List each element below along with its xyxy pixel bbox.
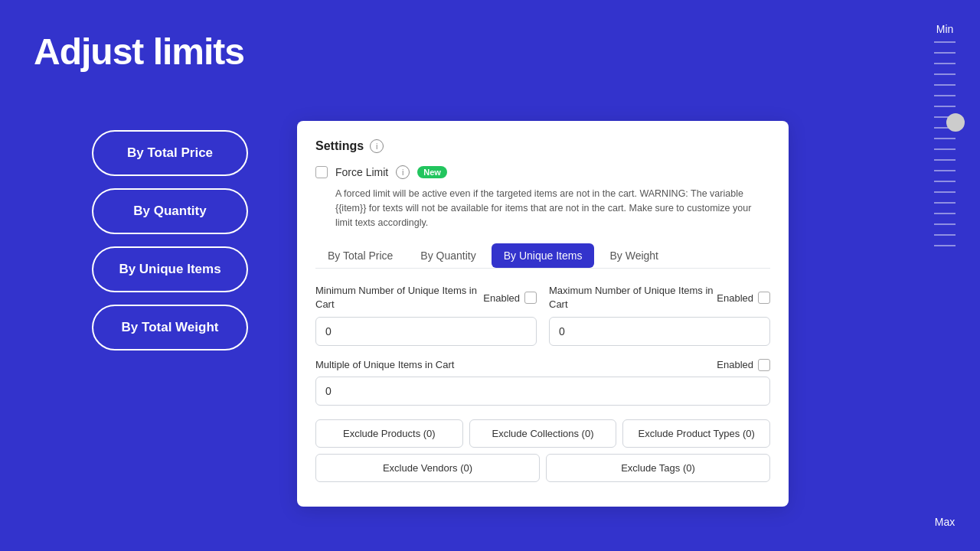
nav-btn-by-total-weight[interactable]: By Total Weight	[92, 305, 248, 350]
min-field-label: Minimum Number of Unique Items in Cart	[315, 284, 483, 311]
force-limit-row: Force Limit i New	[315, 165, 770, 179]
min-enabled-label: Enabled	[483, 292, 520, 304]
slider-line	[934, 159, 956, 161]
multiple-field-row: Multiple of Unique Items in Cart Enabled	[315, 358, 770, 406]
slider-line	[934, 41, 956, 43]
force-limit-info-icon[interactable]: i	[396, 165, 410, 179]
multiple-enabled-label: Enabled	[717, 359, 753, 370]
slider-line	[934, 245, 956, 246]
slider-line	[934, 213, 956, 214]
slider-line	[934, 223, 956, 225]
settings-panel: Settings i Force Limit i New A forced li…	[297, 121, 789, 507]
slider-line	[934, 202, 956, 204]
page-title: Adjust limits	[34, 31, 244, 73]
min-field-input[interactable]	[315, 317, 537, 346]
force-limit-checkbox[interactable]	[315, 166, 328, 178]
slider-line	[934, 73, 956, 75]
nav-btn-by-quantity[interactable]: By Quantity	[92, 188, 248, 234]
tab-by-weight[interactable]: By Weight	[597, 243, 671, 268]
slider-line	[934, 181, 956, 182]
slider-line	[934, 234, 956, 236]
slider-line	[934, 84, 956, 86]
exclude-collections-button[interactable]: Exclude Collections (0)	[469, 419, 617, 448]
multiple-enabled-checkbox[interactable]	[758, 359, 770, 371]
left-nav: By Total Price By Quantity By Unique Ite…	[92, 130, 248, 350]
max-enabled-checkbox[interactable]	[758, 292, 770, 304]
force-limit-warning: A forced limit will be active even if th…	[315, 187, 770, 230]
exclude-buttons-row2: Exclude Vendors (0) Exclude Tags (0)	[315, 454, 770, 482]
nav-btn-by-total-price[interactable]: By Total Price	[92, 130, 248, 176]
max-field-input[interactable]	[549, 317, 770, 346]
max-field-group: Maximum Number of Unique Items in Cart E…	[549, 284, 770, 345]
slider-line	[934, 95, 956, 96]
slider-handle[interactable]	[946, 113, 965, 132]
multiple-field-label: Multiple of Unique Items in Cart	[315, 358, 454, 372]
slider-line	[934, 52, 956, 54]
slider-line	[934, 148, 956, 150]
min-enabled-checkbox[interactable]	[524, 292, 537, 304]
nav-btn-by-unique-items[interactable]: By Unique Items	[92, 246, 248, 292]
info-icon[interactable]: i	[370, 139, 384, 153]
force-limit-label: Force Limit	[335, 166, 388, 178]
settings-tabs: By Total Price By Quantity By Unique Ite…	[315, 243, 770, 269]
slider-min-label: Min	[936, 23, 954, 35]
slider-lines	[934, 41, 956, 516]
new-badge: New	[417, 166, 447, 178]
multiple-field-input[interactable]	[315, 377, 770, 406]
exclude-product-types-button[interactable]: Exclude Product Types (0)	[622, 419, 770, 448]
tab-by-total-price[interactable]: By Total Price	[315, 243, 405, 268]
slider-line	[934, 63, 956, 64]
min-max-fields-row: Minimum Number of Unique Items in Cart E…	[315, 284, 770, 345]
slider-line	[934, 191, 956, 193]
settings-header: Settings i	[315, 139, 770, 153]
slider-max-label: Max	[935, 516, 955, 528]
slider-line	[934, 138, 956, 139]
exclude-products-button[interactable]: Exclude Products (0)	[315, 419, 463, 448]
tab-by-quantity[interactable]: By Quantity	[408, 243, 488, 268]
slider-line	[934, 170, 956, 171]
exclude-buttons-row1: Exclude Products (0) Exclude Collections…	[315, 419, 770, 448]
slider-track: Min Max	[934, 23, 956, 528]
settings-title: Settings	[315, 139, 364, 153]
tab-by-unique-items[interactable]: By Unique Items	[492, 243, 595, 268]
min-field-group: Minimum Number of Unique Items in Cart E…	[315, 284, 537, 345]
max-field-label: Maximum Number of Unique Items in Cart	[549, 284, 717, 311]
slider-line	[934, 106, 956, 107]
exclude-tags-button[interactable]: Exclude Tags (0)	[546, 454, 770, 482]
max-enabled-label: Enabled	[717, 292, 753, 304]
exclude-vendors-button[interactable]: Exclude Vendors (0)	[315, 454, 540, 482]
